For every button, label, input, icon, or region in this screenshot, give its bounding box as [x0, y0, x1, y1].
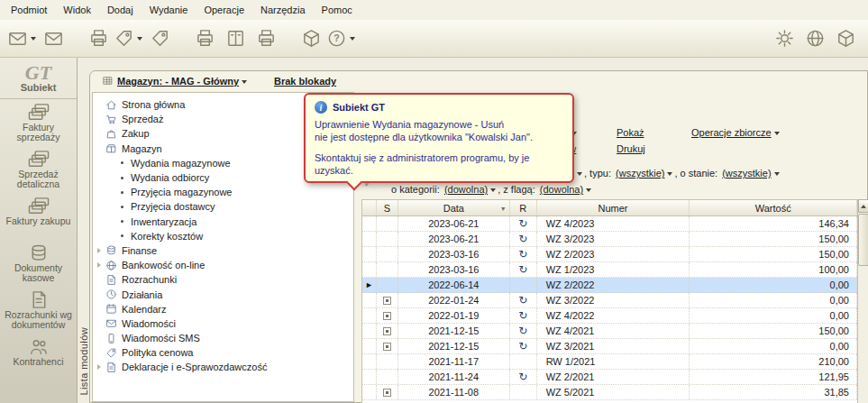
tree-item-rozrachunki[interactable]: Rozrachunki — [93, 272, 353, 287]
tree-item-wiadomosci[interactable]: Wiadomości — [93, 316, 353, 331]
header-s[interactable]: S — [377, 200, 398, 215]
table-row[interactable]: 2022-01-19↻WZ 4/20220,00 — [362, 308, 857, 324]
menu-pomoc[interactable]: Pomoc — [314, 2, 361, 18]
tree-item-przyjecia-dostawcy[interactable]: Przyjęcia dostawcy — [93, 199, 353, 214]
duplicate-document-button[interactable] — [83, 24, 114, 53]
lock-status-link[interactable]: Brak blokady — [274, 76, 336, 87]
table-row[interactable]: 2023-03-16↻WZ 2/2023150,00 — [362, 247, 857, 262]
sidebar-item-kontrahenci[interactable]: Kontrahenci — [0, 334, 77, 380]
print-link[interactable]: Drukuj — [617, 143, 645, 154]
table-row[interactable]: 2023-03-16↻WZ 1/2023100,00 — [362, 262, 857, 278]
expand-chevron-icon[interactable] — [97, 248, 105, 253]
cell-r — [510, 385, 537, 399]
row-gutter — [362, 308, 377, 323]
sidebar-item-dokumenty-kasowe[interactable]: Dokumenty kasowe — [0, 240, 77, 287]
header-numer[interactable]: Numer — [537, 200, 690, 215]
sidebar-item-sprzedaz-detaliczna[interactable]: Sprzedaż detaliczna — [0, 146, 77, 193]
status-flag-icon — [383, 312, 391, 320]
filter-row-category: o kategorii: (dowolna), z flagą: (dowoln… — [391, 184, 593, 195]
table-row[interactable]: 2021-11-24↻WZ 2/2021121,95 — [362, 370, 857, 385]
table-row[interactable]: 2021-11-17RW 1/2021210,00 — [362, 354, 857, 370]
label-button[interactable] — [144, 24, 175, 53]
cell-r: ↻ — [510, 339, 537, 353]
scrollbar-up-button[interactable] — [858, 199, 868, 213]
print-button[interactable] — [189, 24, 220, 53]
chevron-right-icon — [97, 248, 101, 253]
tree-item-przyjecia-dostawcy-label: Przyjęcia dostawcy — [131, 201, 215, 212]
row-gutter: ► — [362, 278, 377, 292]
filter-row-type: , typu: (wszystkie), o stanie: (wszystki… — [574, 168, 781, 179]
menu-widok[interactable]: Widok — [55, 2, 99, 18]
tree-item-kalendarz[interactable]: Kalendarz — [93, 302, 353, 316]
tree-item-dzialania-label: Działania — [122, 289, 162, 300]
send-document-button[interactable] — [7, 24, 38, 53]
tree-item-deklaracje[interactable]: Deklaracje i e-Sprawozdawczość — [93, 360, 353, 374]
sidebar-item-kontrahenci-label: Kontrahenci — [13, 357, 63, 367]
table-row[interactable]: 2022-01-24↻WZ 3/20220,00 — [362, 293, 857, 308]
table-row[interactable]: 2021-11-08WZ 5/202131,85 — [362, 385, 857, 400]
header-r[interactable]: R — [510, 200, 537, 215]
bulk-operations-link[interactable]: Operacje zbiorcze — [691, 127, 781, 138]
table-scrollbar[interactable] — [857, 199, 868, 403]
cell-r — [510, 354, 537, 369]
tree-item-wiadomosci-label: Wiadomości — [122, 318, 176, 329]
cell-s — [377, 385, 398, 399]
menu-dodaj[interactable]: Dodaj — [99, 2, 142, 18]
menu-podmiot[interactable]: Podmiot — [3, 2, 55, 18]
label-menu-button[interactable] — [114, 24, 144, 53]
sidebar-item-faktury-sprzedazy[interactable]: Faktury sprzedaży — [0, 99, 77, 146]
tree-item-inwentaryzacja[interactable]: Inwentaryzacja — [93, 215, 353, 229]
show-link[interactable]: Pokaż — [617, 127, 644, 138]
settings-gear-button[interactable] — [769, 24, 799, 53]
sidebar-item-kontrahenci-icon — [27, 336, 50, 357]
tree-item-kalendarz-icon — [105, 303, 117, 315]
tree-item-rozrachunki-icon — [105, 274, 117, 286]
popup-message-line3: Skontaktuj się z administratorem program… — [315, 151, 563, 177]
tree-item-dzialania[interactable]: Działania — [93, 287, 353, 301]
package-button[interactable] — [296, 24, 326, 53]
table-row[interactable]: 2021-12-15↻WZ 3/20210,00 — [362, 339, 857, 354]
menu-operacje[interactable]: Operacje — [196, 2, 252, 18]
modules-panel-tab[interactable]: Lista modułów — [78, 70, 89, 403]
table-row[interactable]: 2021-12-15↻WZ 4/2021150,00 — [362, 324, 857, 339]
scrollbar-thumb[interactable] — [858, 214, 868, 266]
cell-numer: WZ 4/2023 — [537, 216, 690, 231]
sidebar-item-rozrachunki-wg-dokumentow[interactable]: Rozrachunki wg dokumentów — [0, 287, 77, 334]
header-data[interactable]: Data▼ — [398, 200, 510, 215]
tree-item-korekty-kosztow[interactable]: Korekty kosztów — [93, 229, 353, 243]
table-row[interactable]: ►2022-06-14WZ 2/20220,00 — [362, 278, 857, 293]
print-list-button[interactable] — [251, 24, 281, 53]
expand-chevron-icon[interactable] — [97, 262, 105, 268]
online-globe-button[interactable] — [799, 24, 830, 53]
message-button[interactable] — [38, 24, 69, 53]
menu-wydanie[interactable]: Wydanie — [142, 2, 196, 18]
tree-item-bankowosc-on-line[interactable]: Bankowość on-line — [93, 258, 353, 272]
sidebar-item-faktury-zakupu-icon — [27, 196, 50, 216]
filter-value-link[interactable]: (wszystkie) — [722, 168, 771, 179]
warehouse-selector[interactable]: Magazyn: - MAG - Główny — [117, 76, 249, 87]
cell-s — [377, 293, 398, 307]
cell-r: ↻ — [510, 262, 537, 277]
tree-item-strona-glowna-icon — [105, 99, 117, 111]
tree-item-polityka-cenowa[interactable]: Polityka cenowa — [93, 345, 353, 360]
table-row[interactable]: 2023-06-21↻WZ 4/2023146,34 — [362, 216, 857, 232]
expand-chevron-icon[interactable] — [97, 364, 105, 370]
tree-item-finanse[interactable]: Finanse — [93, 243, 353, 258]
menu-narzedzia[interactable]: Narzędzia — [252, 2, 314, 18]
help-button[interactable]: ? — [326, 24, 357, 53]
filter-label: , o stanie: — [674, 168, 720, 179]
header-wartosc[interactable]: Wartość — [690, 200, 857, 215]
filter-value-link[interactable]: (dowolna) — [540, 184, 583, 195]
table-body: 2023-06-21↻WZ 4/2023146,342023-06-21↻WZ … — [362, 216, 857, 400]
selected-row-marker-icon: ► — [365, 280, 373, 289]
reports-book-button[interactable] — [220, 24, 251, 53]
filter-value-link[interactable]: (dowolna) — [444, 184, 488, 195]
table-row[interactable]: 2023-06-21↻WZ 3/2023150,00 — [362, 232, 857, 247]
bullet-icon — [121, 191, 123, 194]
sidebar-item-faktury-zakupu[interactable]: Faktury zakupu — [0, 193, 77, 240]
filter-value-link[interactable]: (wszystkie) — [616, 168, 664, 179]
tree-item-wiadomosci-icon — [105, 317, 117, 329]
tree-item-przyjecia-magazynowe[interactable]: Przyjęcia magazynowe — [93, 185, 353, 199]
modules-cube-button[interactable] — [830, 24, 861, 53]
tree-item-wiadomosci-sms[interactable]: Wiadomości SMS — [93, 331, 353, 345]
